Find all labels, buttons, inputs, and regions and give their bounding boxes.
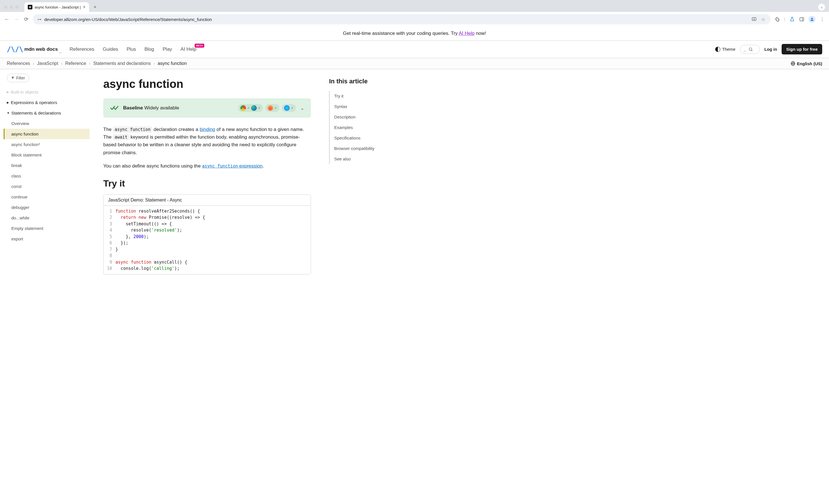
address-bar: ← → ⟳ ⊶ developer.allizom.org/en-US/docs… [0,12,829,27]
login-link[interactable]: Log in [764,47,777,51]
toc-syntax[interactable]: Syntax [334,101,397,112]
breadcrumb-statements[interactable]: Statements and declarations [93,61,151,66]
banner-link[interactable]: AI Help [459,31,475,36]
sidebar-item-class[interactable]: class [7,171,91,181]
sidebar-item-async-function[interactable]: async function [4,129,89,139]
toc-list: Try it Syntax Description Examples Speci… [329,91,397,164]
mdn-logo[interactable]: /\/\ mdn web docs _ [7,45,62,53]
new-tab-button[interactable]: + [92,3,99,11]
toc-tryit[interactable]: Try it [334,91,397,101]
sidebar-item-const[interactable]: const [7,181,91,192]
sidebar-group-builtin[interactable]: ▶ Built-in objects [7,87,91,97]
toc-browser-compat[interactable]: Browser compatibility [334,143,397,154]
chrome-icon [240,105,246,111]
reload-button[interactable]: ⟳ [23,16,29,22]
language-label: English (US) [797,61,822,66]
svg-point-3 [811,18,813,19]
close-tab-icon[interactable]: × [83,4,85,10]
maximize-window-icon[interactable] [15,5,19,9]
chevron-down-icon[interactable]: ⌄ [300,106,304,111]
nav-guides[interactable]: Guides [103,46,118,52]
mdn-logo-icon: /\/\ [7,45,23,53]
sidebar-group-expressions[interactable]: ▶ Expressions & operators [7,97,91,108]
extensions-icon[interactable] [774,16,780,22]
chrome-support-pill: ✓ ✓ [238,104,263,112]
site-settings-icon[interactable]: ⊶ [37,17,41,22]
sidebar-item-break[interactable]: break [7,160,91,171]
side-panel-icon[interactable] [799,16,804,22]
tabs-dropdown-icon[interactable]: ⌄ [818,4,825,10]
sidebar-item-do-while[interactable]: do...while [7,212,91,223]
sidebar-item-async-function-star[interactable]: async function* [7,139,91,150]
promo-banner: Get real-time assistance with your codin… [0,27,829,41]
breadcrumb-current: async function [158,61,187,66]
sidebar-item-export[interactable]: export [7,234,91,244]
close-window-icon[interactable] [4,5,7,9]
toc-description[interactable]: Description [334,112,397,122]
install-app-icon[interactable] [751,16,757,22]
toc-examples[interactable]: Examples [334,122,397,133]
code-block[interactable]: 12345678910 function resolveAfter2Second… [104,206,311,274]
browser-support-pills: ✓ ✓ ✓ ✓ ⌄ [238,104,304,112]
article-content: async function Baseline Widely available… [91,69,323,283]
filter-label: Filter [16,76,25,80]
baseline-text: Baseline Widely available [123,105,179,111]
triangle-right-icon: ▶ [7,90,9,93]
nav-references[interactable]: References [70,46,94,52]
page-title: async function [103,78,311,90]
breadcrumb-javascript[interactable]: JavaScript [37,61,59,66]
sidebar-item-continue[interactable]: continue [7,192,91,202]
theme-toggle[interactable]: Theme [715,47,735,52]
browser-chrome: M async function - JavaScript | × + ⌄ ← … [0,0,829,27]
language-selector[interactable]: English (US) [791,61,822,66]
nav-play[interactable]: Play [163,46,172,52]
breadcrumb-references[interactable]: References [7,61,30,66]
nav-aihelp[interactable]: AI Help BETA [180,46,196,52]
forward-button[interactable]: → [13,16,19,22]
check-icon: ✓ [247,106,250,110]
labs-icon[interactable] [789,16,795,22]
baseline-box: Baseline Widely available ✓ ✓ ✓ ✓ ⌄ [103,99,311,118]
minimize-window-icon[interactable] [10,5,13,9]
svg-point-4 [749,48,752,50]
beta-badge: BETA [194,44,204,48]
signup-button[interactable]: Sign up for free [782,44,822,54]
nav-plus[interactable]: Plus [127,46,136,52]
intro-paragraph-1: The async function declaration creates a… [103,125,311,156]
link-binding[interactable]: binding [200,127,215,132]
tryit-heading: Try it [103,178,311,189]
code-lines: function resolveAfter2Seconds() { return… [115,208,210,272]
baseline-check-icon [110,105,119,111]
sidebar-item-block-statement[interactable]: Block statement [7,150,91,160]
nav-blog[interactable]: Blog [144,46,154,52]
breadcrumb: References › JavaScript › Reference › St… [0,58,829,69]
banner-text-after: now! [475,31,486,36]
firefox-support-pill: ✓ [265,104,280,112]
search-input[interactable]: _ [740,45,760,54]
code-demo: JavaScript Demo: Statement - Async 12345… [103,194,311,274]
triangle-down-icon: ▼ [7,111,10,115]
bookmark-icon[interactable]: ☆ [760,16,766,22]
browser-tab[interactable]: M async function - JavaScript | × [25,2,89,12]
sidebar-item-debugger[interactable]: debugger [7,202,91,212]
url-bar[interactable]: ⊶ developer.allizom.org/en-US/docs/Web/J… [33,14,770,25]
chrome-menu-icon[interactable]: ⋮ [819,16,825,22]
mdn-favicon: M [28,5,32,9]
toc-specifications[interactable]: Specifications [334,133,397,143]
chevron-right-icon: › [153,61,155,66]
toc-see-also[interactable]: See also [334,154,397,164]
sidebar-item-empty-statement[interactable]: Empty statement [7,223,91,234]
triangle-right-icon: ▶ [7,101,9,104]
chevron-right-icon: › [89,61,91,66]
theme-icon [715,47,720,52]
sidebar-item-overview[interactable]: Overview [7,118,91,129]
window-controls [4,5,19,9]
profile-avatar[interactable] [808,16,816,23]
breadcrumb-reference[interactable]: Reference [65,61,86,66]
filter-input[interactable]: Filter [7,74,29,82]
main-layout: Filter ▶ Built-in objects ▶ Expressions … [0,69,829,283]
link-async-function-expression[interactable]: async function expression [202,163,262,169]
sidebar-group-statements[interactable]: ▼ Statements & declarations [7,108,91,118]
banner-text-before: Get real-time assistance with your codin… [343,31,459,36]
back-button[interactable]: ← [4,16,10,22]
